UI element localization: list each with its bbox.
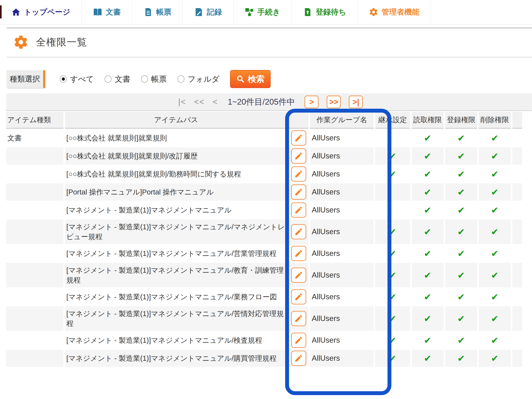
item-type-cell [6,219,63,244]
page-header: 全権限一覧 [6,28,532,57]
nav-item-top-page[interactable]: トップページ [0,0,82,24]
edit-group-button[interactable] [291,166,306,182]
header-edit [289,112,309,129]
record-icon [194,7,203,17]
nav-item-pending-registration[interactable]: 登録待ち [292,0,358,24]
inherit-cell [375,202,410,219]
item-path-cell: [マネジメント - 製造業(1)]マネジメントマニュアル/教育・訓練管理規程 [65,263,287,287]
nav-item-forms[interactable]: 帳票 [132,0,183,24]
inherit-cell: ✔ [375,288,410,305]
group-name-cell: AllUsers [310,306,374,331]
read-cell: ✔ [412,147,443,165]
radio-option-document[interactable]: 文書 [105,74,130,84]
nav-label: 記録 [207,7,222,17]
edit-group-button[interactable] [291,333,306,348]
create-cell: ✔ [445,332,477,349]
create-cell: ✔ [445,147,477,165]
radio-option-all[interactable]: すべて [60,74,94,84]
group-name-cell: AllUsers [310,332,374,349]
edit-group-button[interactable] [291,203,306,218]
search-icon [236,75,245,83]
fast-next-button[interactable]: >> [327,96,341,108]
edit-group-button[interactable] [291,246,306,261]
edit-group-button[interactable] [291,311,306,326]
group-name-cell: AllUsers [310,184,374,201]
item-type-cell [6,184,63,201]
first-page-link[interactable]: |< [178,97,186,107]
fast-prev-link[interactable]: << [194,97,204,107]
delete-cell: ✔ [479,202,511,219]
search-button[interactable]: 検索 [230,70,271,88]
radio-icon [105,75,112,83]
gear-icon [369,7,378,17]
filler-cell [512,184,522,201]
inherit-cell: ✔ [375,147,410,165]
read-cell: ✔ [412,306,443,331]
prev-page-link[interactable]: < [213,97,218,107]
table-header-row: アイテム種類 アイテムパス 作業グループ名 継承設定 読取権限 登録権限 削除権… [6,112,522,129]
edit-group-button[interactable] [291,289,306,304]
edit-group-button[interactable] [291,130,306,146]
last-page-button[interactable]: >| [349,96,363,108]
item-path-cell: [マネジメント - 製造業(1)]マネジメントマニュアル/検査規程 [65,332,287,349]
filler-cell [512,165,522,183]
create-cell: ✔ [445,350,477,367]
pagination-status: 1~20件目/205件中 [228,96,295,108]
radio-label: 文書 [115,74,130,84]
table-row: [○○株式会社 就業規則]就業規則/勤務時間に関する規程 AllUsers ✔ … [6,165,522,183]
kind-select-label[interactable]: 種類選択 [6,70,45,88]
edit-group-button[interactable] [291,184,306,200]
item-path-cell: [マネジメント - 製造業(1)]マネジメントマニュアル [65,202,287,219]
item-type-cell [6,306,63,331]
group-name-cell: AllUsers [310,129,374,146]
item-type-cell [6,288,63,305]
radio-option-folder[interactable]: フォルダ [177,74,220,84]
group-name-cell: AllUsers [310,350,374,367]
edit-cell [289,306,309,331]
edit-cell [289,129,309,146]
table-row: [マネジメント - 製造業(1)]マネジメントマニュアル AllUsers ✔ … [6,202,522,219]
item-type-cell [6,202,63,219]
filler-cell [512,263,522,287]
page-title: 全権限一覧 [36,36,87,49]
delete-cell: ✔ [479,263,511,287]
nav-label: 管理者機能 [381,7,419,17]
header-filler [512,112,522,129]
edit-cell [289,219,309,244]
next-page-button[interactable]: > [304,96,318,108]
nav-label: 文書 [106,7,121,17]
inherit-cell: ✔ [375,165,410,183]
nav-label: トップページ [24,7,70,17]
table-row: [マネジメント - 製造業(1)]マネジメントマニュアル/営業管理規程 AllU… [6,245,522,262]
item-type-cell [6,245,63,262]
inherit-cell: ✔ [375,332,410,349]
nav-item-admin-functions[interactable]: 管理者機能 [358,0,431,24]
read-cell: ✔ [412,184,443,201]
filler-cell [512,306,522,331]
pencil-icon [294,292,303,301]
edit-cell [289,263,309,287]
table-row: [マネジメント - 製造業(1)]マネジメントマニュアル/購買管理規程 AllU… [6,350,522,367]
read-cell: ✔ [412,332,443,349]
item-path-cell: [マネジメント - 製造業(1)]マネジメントマニュアル/業務フロー図 [65,288,287,305]
edit-group-button[interactable] [291,351,306,366]
delete-cell: ✔ [479,332,511,349]
delete-cell: ✔ [479,165,511,183]
edit-group-button[interactable] [291,148,306,164]
edit-group-button[interactable] [291,224,306,239]
header-group-name: 作業グループ名 [310,112,374,129]
delete-cell: ✔ [479,306,511,331]
pencil-icon [294,336,303,345]
nav-item-procedures[interactable]: 手続き [233,0,292,24]
edit-cell [289,288,309,305]
nav-item-records[interactable]: 記録 [183,0,233,24]
gear-icon [13,34,29,50]
create-cell: ✔ [445,184,477,201]
nav-item-documents[interactable]: 文書 [82,0,132,24]
radio-selected-icon [60,75,67,83]
group-name-cell: AllUsers [310,219,374,244]
create-cell: ✔ [445,219,477,244]
group-name-cell: AllUsers [310,202,374,219]
edit-group-button[interactable] [291,268,306,283]
radio-option-form[interactable]: 帳票 [141,74,167,84]
